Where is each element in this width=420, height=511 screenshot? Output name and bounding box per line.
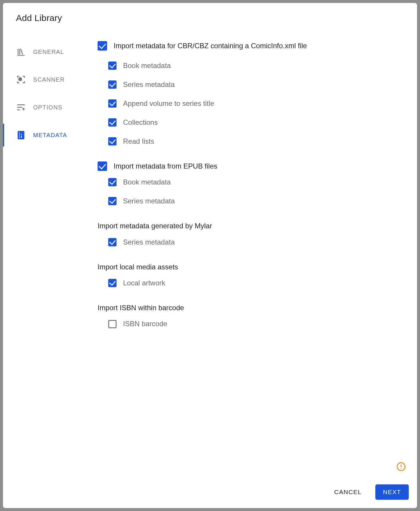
checkbox-comicinfo-book[interactable] (108, 62, 117, 70)
label-local-artwork: Local artwork (123, 278, 165, 288)
section-comicinfo: Import metadata for CBR/CBZ containing a… (98, 37, 405, 56)
tab-scanner-label: Scanner (33, 76, 65, 83)
alert-icon[interactable] (396, 462, 406, 471)
cancel-button[interactable]: Cancel (327, 484, 369, 500)
row-comicinfo-series: Series metadata (98, 75, 405, 94)
label-comicinfo-append-volume: Append volume to series title (123, 99, 214, 108)
dialog-header: Add Library (3, 3, 417, 28)
metadata-panel: Import metadata for CBR/CBZ containing a… (92, 28, 417, 480)
tab-scanner[interactable]: Scanner (3, 66, 92, 93)
checkbox-comicinfo-append-volume[interactable] (108, 99, 117, 108)
add-library-dialog: Add Library General Scanner (3, 3, 417, 508)
next-button[interactable]: Next (375, 484, 409, 500)
tab-metadata-label: Metadata (33, 132, 67, 139)
tab-options[interactable]: Options (3, 93, 92, 121)
checkbox-epub-book[interactable] (108, 178, 117, 186)
row-isbn-barcode: ISBN barcode (98, 315, 405, 334)
section-local: Import local media assets (98, 252, 405, 274)
label-comicinfo: Import metadata for CBR/CBZ containing a… (114, 41, 307, 51)
tune-icon (16, 102, 26, 112)
svg-rect-1 (401, 465, 402, 467)
label-comicinfo-collections: Collections (123, 118, 158, 127)
section-isbn: Import ISBN within barcode (98, 292, 405, 314)
checkbox-epub[interactable] (98, 161, 107, 171)
sidebar-tabs: General Scanner Options (3, 28, 92, 480)
tab-metadata[interactable]: Metadata (3, 121, 92, 149)
label-mylar-series: Series metadata (123, 237, 175, 247)
checkbox-local-artwork[interactable] (108, 279, 117, 287)
book-info-icon (16, 130, 26, 140)
section-mylar: Import metadata generated by Mylar (98, 211, 405, 232)
checkbox-comicinfo-series[interactable] (108, 80, 117, 89)
label-epub-book: Book metadata (123, 177, 171, 187)
label-epub-series: Series metadata (123, 196, 175, 206)
label-comicinfo-book: Book metadata (123, 61, 171, 70)
tab-general[interactable]: General (3, 38, 92, 66)
label-comicinfo-series: Series metadata (123, 80, 175, 89)
label-comicinfo-readlists: Read lists (123, 137, 154, 146)
label-mylar: Import metadata generated by Mylar (98, 221, 212, 231)
checkbox-comicinfo-readlists[interactable] (108, 137, 117, 145)
library-shelf-icon (16, 47, 26, 57)
row-epub-book: Book metadata (98, 173, 405, 192)
checkbox-mylar-series[interactable] (108, 238, 117, 246)
tab-options-label: Options (33, 104, 62, 111)
row-local-artwork: Local artwork (98, 274, 405, 292)
checkbox-epub-series[interactable] (108, 197, 117, 205)
label-isbn-barcode: ISBN barcode (123, 319, 167, 329)
tab-general-label: General (33, 48, 64, 55)
row-epub-series: Series metadata (98, 192, 405, 211)
row-comicinfo-book: Book metadata (98, 56, 405, 75)
row-comicinfo-append-volume: Append volume to series title (98, 94, 405, 113)
dialog-title: Add Library (16, 13, 404, 23)
section-epub: Import metadata from EPUB files (98, 151, 405, 173)
svg-rect-2 (401, 468, 402, 469)
row-mylar-series: Series metadata (98, 233, 405, 252)
dialog-footer: Cancel Next (3, 480, 417, 508)
checkbox-comicinfo-collections[interactable] (108, 118, 117, 127)
label-local: Import local media assets (98, 262, 178, 272)
row-comicinfo-collections: Collections (98, 113, 405, 132)
checkbox-isbn-barcode[interactable] (108, 320, 117, 328)
label-isbn: Import ISBN within barcode (98, 303, 184, 313)
label-epub: Import metadata from EPUB files (114, 161, 217, 171)
scanner-icon (16, 75, 26, 85)
checkbox-comicinfo[interactable] (98, 41, 107, 51)
row-comicinfo-readlists: Read lists (98, 132, 405, 151)
